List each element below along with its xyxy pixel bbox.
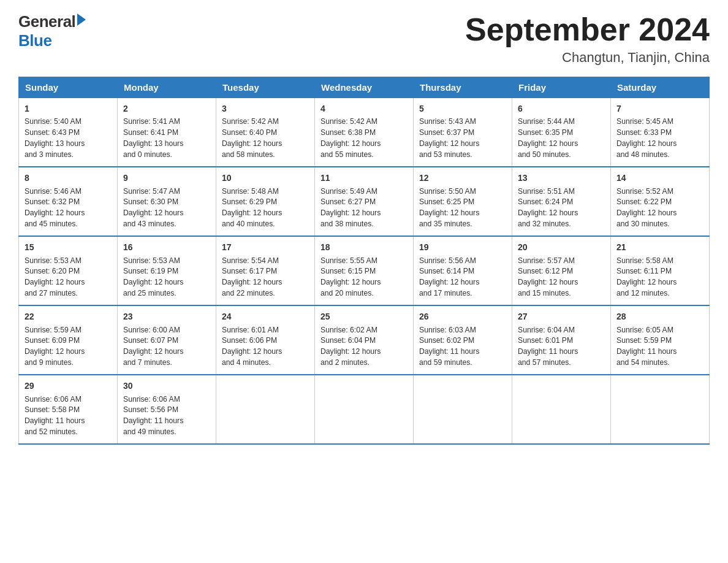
day-number: 24 xyxy=(222,310,309,323)
day-info: Sunrise: 5:57 AM Sunset: 6:12 PM Dayligh… xyxy=(518,256,605,299)
day-cell-7: 7Sunrise: 5:45 AM Sunset: 6:33 PM Daylig… xyxy=(611,98,710,167)
day-cell-14: 14Sunrise: 5:52 AM Sunset: 6:22 PM Dayli… xyxy=(611,167,710,236)
day-info: Sunrise: 5:52 AM Sunset: 6:22 PM Dayligh… xyxy=(616,186,703,230)
empty-cell xyxy=(315,375,414,444)
calendar-header: SundayMondayTuesdayWednesdayThursdayFrid… xyxy=(19,77,710,98)
day-info: Sunrise: 5:47 AM Sunset: 6:30 PM Dayligh… xyxy=(123,186,210,230)
day-cell-25: 25Sunrise: 6:02 AM Sunset: 6:04 PM Dayli… xyxy=(315,305,414,375)
day-number: 6 xyxy=(518,102,605,115)
logo: General Blue xyxy=(18,12,86,50)
day-number: 7 xyxy=(616,102,703,115)
day-number: 9 xyxy=(123,172,210,184)
title-block: September 2024 Changtun, Tianjin, China xyxy=(465,12,710,66)
header-cell-thursday: Thursday xyxy=(414,77,512,98)
day-cell-21: 21Sunrise: 5:58 AM Sunset: 6:11 PM Dayli… xyxy=(611,236,710,305)
empty-cell xyxy=(611,375,710,444)
week-row-4: 22Sunrise: 5:59 AM Sunset: 6:09 PM Dayli… xyxy=(19,305,710,375)
day-number: 14 xyxy=(616,172,703,184)
empty-cell xyxy=(216,375,315,444)
day-cell-23: 23Sunrise: 6:00 AM Sunset: 6:07 PM Dayli… xyxy=(118,305,216,375)
day-info: Sunrise: 5:51 AM Sunset: 6:24 PM Dayligh… xyxy=(518,186,605,230)
day-cell-4: 4Sunrise: 5:42 AM Sunset: 6:38 PM Daylig… xyxy=(315,98,414,167)
header-cell-sunday: Sunday xyxy=(19,77,118,98)
day-number: 26 xyxy=(419,310,506,323)
day-info: Sunrise: 6:06 AM Sunset: 5:56 PM Dayligh… xyxy=(123,394,210,438)
logo-arrow-icon xyxy=(77,13,86,26)
page-header: General Blue September 2024 Changtun, Ti… xyxy=(18,12,710,66)
day-info: Sunrise: 6:01 AM Sunset: 6:06 PM Dayligh… xyxy=(222,325,309,369)
day-cell-9: 9Sunrise: 5:47 AM Sunset: 6:30 PM Daylig… xyxy=(118,167,216,236)
day-info: Sunrise: 5:49 AM Sunset: 6:27 PM Dayligh… xyxy=(320,186,408,230)
day-cell-12: 12Sunrise: 5:50 AM Sunset: 6:25 PM Dayli… xyxy=(414,167,512,236)
day-info: Sunrise: 5:54 AM Sunset: 6:17 PM Dayligh… xyxy=(222,256,309,299)
calendar-table: SundayMondayTuesdayWednesdayThursdayFrid… xyxy=(18,77,710,445)
day-number: 2 xyxy=(123,102,210,115)
day-cell-6: 6Sunrise: 5:44 AM Sunset: 6:35 PM Daylig… xyxy=(512,98,611,167)
day-number: 12 xyxy=(419,172,506,184)
day-cell-3: 3Sunrise: 5:42 AM Sunset: 6:40 PM Daylig… xyxy=(216,98,315,167)
day-info: Sunrise: 5:59 AM Sunset: 6:09 PM Dayligh… xyxy=(25,325,112,369)
day-cell-17: 17Sunrise: 5:54 AM Sunset: 6:17 PM Dayli… xyxy=(216,236,315,305)
day-cell-15: 15Sunrise: 5:53 AM Sunset: 6:20 PM Dayli… xyxy=(19,236,118,305)
header-cell-friday: Friday xyxy=(512,77,611,98)
empty-cell xyxy=(414,375,512,444)
day-info: Sunrise: 6:04 AM Sunset: 6:01 PM Dayligh… xyxy=(518,325,605,369)
calendar-subtitle: Changtun, Tianjin, China xyxy=(465,50,710,66)
day-number: 4 xyxy=(320,102,408,115)
day-number: 18 xyxy=(320,241,408,253)
week-row-3: 15Sunrise: 5:53 AM Sunset: 6:20 PM Dayli… xyxy=(19,236,710,305)
week-row-1: 1Sunrise: 5:40 AM Sunset: 6:43 PM Daylig… xyxy=(19,98,710,167)
day-cell-19: 19Sunrise: 5:56 AM Sunset: 6:14 PM Dayli… xyxy=(414,236,512,305)
day-cell-26: 26Sunrise: 6:03 AM Sunset: 6:02 PM Dayli… xyxy=(414,305,512,375)
day-cell-10: 10Sunrise: 5:48 AM Sunset: 6:29 PM Dayli… xyxy=(216,167,315,236)
day-info: Sunrise: 5:53 AM Sunset: 6:19 PM Dayligh… xyxy=(123,256,210,299)
day-info: Sunrise: 6:06 AM Sunset: 5:58 PM Dayligh… xyxy=(25,394,112,438)
day-number: 15 xyxy=(25,241,112,253)
day-info: Sunrise: 6:00 AM Sunset: 6:07 PM Dayligh… xyxy=(123,325,210,369)
day-info: Sunrise: 5:41 AM Sunset: 6:41 PM Dayligh… xyxy=(123,117,210,160)
day-number: 22 xyxy=(25,310,112,323)
logo-general: General xyxy=(18,12,75,31)
day-info: Sunrise: 5:55 AM Sunset: 6:15 PM Dayligh… xyxy=(320,256,408,299)
day-number: 29 xyxy=(25,380,112,392)
day-number: 8 xyxy=(25,172,112,184)
day-info: Sunrise: 6:05 AM Sunset: 5:59 PM Dayligh… xyxy=(616,325,703,369)
day-number: 21 xyxy=(616,241,703,253)
day-cell-1: 1Sunrise: 5:40 AM Sunset: 6:43 PM Daylig… xyxy=(19,98,118,167)
day-info: Sunrise: 5:48 AM Sunset: 6:29 PM Dayligh… xyxy=(222,186,309,230)
day-number: 10 xyxy=(222,172,309,184)
calendar-title: September 2024 xyxy=(465,12,710,47)
day-cell-27: 27Sunrise: 6:04 AM Sunset: 6:01 PM Dayli… xyxy=(512,305,611,375)
day-number: 17 xyxy=(222,241,309,253)
day-info: Sunrise: 5:53 AM Sunset: 6:20 PM Dayligh… xyxy=(25,256,112,299)
day-info: Sunrise: 5:42 AM Sunset: 6:38 PM Dayligh… xyxy=(320,117,408,160)
day-number: 28 xyxy=(616,310,703,323)
day-info: Sunrise: 6:02 AM Sunset: 6:04 PM Dayligh… xyxy=(320,325,408,369)
empty-cell xyxy=(512,375,611,444)
day-number: 3 xyxy=(222,102,309,115)
header-row: SundayMondayTuesdayWednesdayThursdayFrid… xyxy=(19,77,710,98)
day-number: 27 xyxy=(518,310,605,323)
day-number: 5 xyxy=(419,102,506,115)
header-cell-tuesday: Tuesday xyxy=(216,77,315,98)
day-cell-28: 28Sunrise: 6:05 AM Sunset: 5:59 PM Dayli… xyxy=(611,305,710,375)
header-cell-saturday: Saturday xyxy=(611,77,710,98)
day-info: Sunrise: 5:50 AM Sunset: 6:25 PM Dayligh… xyxy=(419,186,506,230)
day-info: Sunrise: 5:44 AM Sunset: 6:35 PM Dayligh… xyxy=(518,117,605,160)
day-cell-11: 11Sunrise: 5:49 AM Sunset: 6:27 PM Dayli… xyxy=(315,167,414,236)
logo-blue: Blue xyxy=(18,31,51,50)
day-cell-24: 24Sunrise: 6:01 AM Sunset: 6:06 PM Dayli… xyxy=(216,305,315,375)
day-number: 11 xyxy=(320,172,408,184)
day-cell-29: 29Sunrise: 6:06 AM Sunset: 5:58 PM Dayli… xyxy=(19,375,118,444)
week-row-2: 8Sunrise: 5:46 AM Sunset: 6:32 PM Daylig… xyxy=(19,167,710,236)
day-cell-5: 5Sunrise: 5:43 AM Sunset: 6:37 PM Daylig… xyxy=(414,98,512,167)
day-number: 25 xyxy=(320,310,408,323)
day-cell-30: 30Sunrise: 6:06 AM Sunset: 5:56 PM Dayli… xyxy=(118,375,216,444)
day-info: Sunrise: 5:42 AM Sunset: 6:40 PM Dayligh… xyxy=(222,117,309,160)
day-cell-8: 8Sunrise: 5:46 AM Sunset: 6:32 PM Daylig… xyxy=(19,167,118,236)
day-info: Sunrise: 5:56 AM Sunset: 6:14 PM Dayligh… xyxy=(419,256,506,299)
day-cell-20: 20Sunrise: 5:57 AM Sunset: 6:12 PM Dayli… xyxy=(512,236,611,305)
day-number: 16 xyxy=(123,241,210,253)
day-info: Sunrise: 5:46 AM Sunset: 6:32 PM Dayligh… xyxy=(25,186,112,230)
day-cell-16: 16Sunrise: 5:53 AM Sunset: 6:19 PM Dayli… xyxy=(118,236,216,305)
